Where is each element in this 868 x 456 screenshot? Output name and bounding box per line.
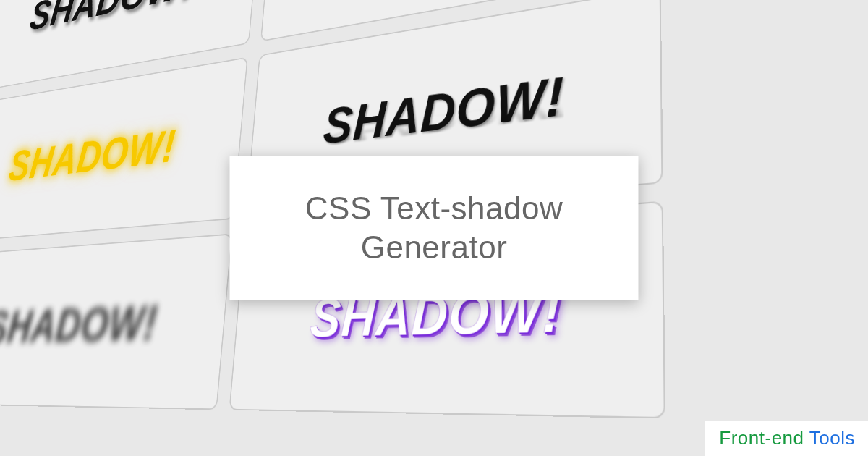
page-title: CSS Text-shadow Generator (247, 189, 621, 266)
shadow-sample-card: SHADOW! (0, 57, 248, 243)
brand-word-2: Tools (804, 427, 855, 449)
shadow-sample-text: SHADOW! (7, 119, 179, 190)
brand-chip: Front-end Tools (705, 421, 868, 456)
shadow-sample-text: SHADOW! (0, 294, 160, 353)
shadow-sample-text: SHADOW! (27, 0, 195, 38)
title-card: CSS Text-shadow Generator (230, 156, 639, 300)
shadow-sample-card: SHADOW! (0, 234, 232, 410)
brand-word-1: Front-end (719, 427, 804, 449)
shadow-sample-text: SHADOW! (322, 64, 565, 154)
